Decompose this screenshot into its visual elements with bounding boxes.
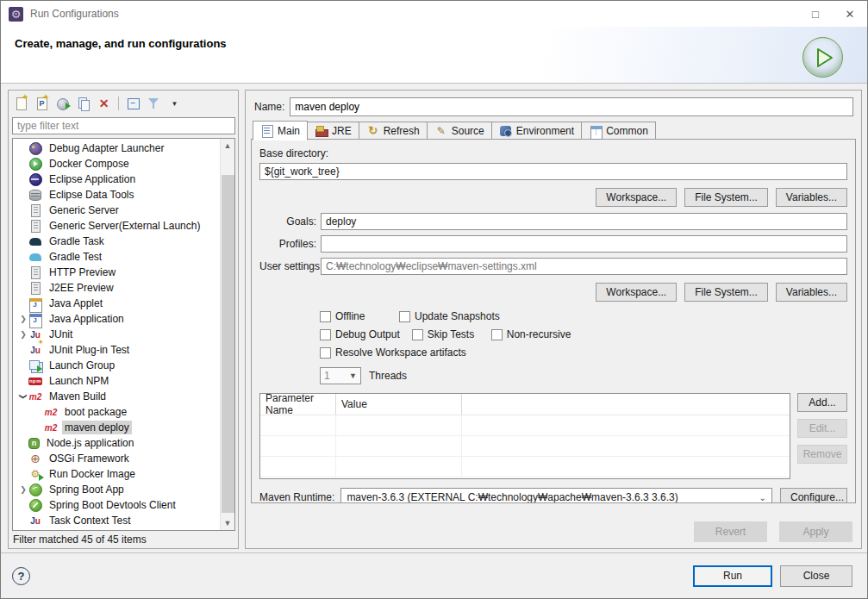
duplicate-button[interactable] [74,95,92,113]
table-row[interactable] [260,457,790,477]
tab-main[interactable]: Main [253,121,308,140]
offline-checkbox[interactable]: Offline [320,310,387,322]
tree-item[interactable]: ❯Spring Boot App [13,482,220,497]
tree-item[interactable]: Docker Compose [13,156,220,172]
delete-button[interactable]: ✕ [95,95,113,113]
tree-item[interactable]: ⊕OSGi Framework [13,451,220,466]
tree-item-label: Run Docker Image [47,467,138,481]
filter-icon [147,97,161,110]
tree-item-label: HTTP Preview [47,265,118,279]
tree-item[interactable]: ⚙Run Docker Image [13,466,220,482]
scroll-down-icon[interactable]: ▼ [221,516,234,530]
tree-item[interactable]: ❯Java Application [13,311,220,327]
tree-item[interactable]: m2maven deploy [13,420,220,435]
edit-button[interactable]: Edit... [797,419,847,438]
skip-tests-checkbox[interactable]: Skip Tests [412,328,479,340]
tree-item[interactable]: nNode.js application [13,435,220,451]
tree-item[interactable]: Gradle Task [13,234,220,249]
non-recursive-checkbox[interactable]: Non-recursive [491,328,571,340]
add-button[interactable]: Add... [797,393,847,412]
java-applet-icon [28,296,42,310]
tree-item[interactable]: Java Applet [13,296,220,311]
duplicate-icon [77,97,91,110]
tree-item[interactable]: JuTask Context Test [13,513,220,528]
run-button[interactable]: Run [693,565,772,587]
filter-input[interactable] [12,117,235,134]
workspace-button[interactable]: Workspace... [596,188,677,207]
tab-common[interactable]: Common [582,122,656,140]
tree-item[interactable]: Eclipse Data Tools [13,187,220,203]
tree-item[interactable]: Gradle Test [13,249,220,265]
new-config-button[interactable] [12,95,30,113]
scrollbar-thumb[interactable] [222,175,234,513]
tree-item[interactable]: Eclipse Application [13,172,220,187]
resolve-workspace-artifacts-checkbox[interactable]: Resolve Workspace artifacts [320,346,466,359]
title-bar: ⚙ Run Configurations □ ✕ [1,1,867,27]
debug-output-checkbox[interactable]: Debug Output [320,328,400,340]
tree-item[interactable]: Debug Adapter Launcher [13,140,220,156]
tree-item[interactable]: Generic Server [13,203,220,218]
table-row[interactable] [260,415,790,436]
tree-item[interactable]: Launch Group [13,358,220,373]
threads-select[interactable]: 1 ▼ [320,367,361,384]
profiles-input[interactable] [321,235,847,253]
export-config-icon [56,97,70,110]
export-config-button[interactable] [53,95,72,113]
expander-collapsed-icon[interactable]: ❯ [18,485,28,494]
column-header: Value [336,394,462,415]
variables-button[interactable]: Variables... [776,283,847,302]
configuration-detail-panel: Name: MainJRE↻Refresh✎SourceEnvironmentC… [245,90,862,549]
update-snapshots-checkbox[interactable]: Update Snapshots [399,310,500,322]
goals-input[interactable] [321,213,847,230]
new-prototype-button[interactable] [33,95,51,113]
name-input[interactable] [290,97,853,116]
user-settings-input[interactable] [321,258,847,275]
tree-item[interactable]: J2EE Preview [13,280,220,296]
filesystem-button[interactable]: File System... [684,283,768,302]
tree-item[interactable]: ❯m2Maven Build [13,389,220,404]
table-row[interactable] [260,436,790,457]
close-window-button[interactable]: ✕ [833,1,867,27]
tree-item[interactable]: m2boot package [13,404,220,420]
tree-item[interactable]: ❯JuJUnit [13,327,220,342]
remove-button[interactable]: Remove [797,445,847,464]
close-button[interactable]: Close [780,565,852,587]
help-icon[interactable]: ? [12,567,30,585]
base-directory-input[interactable] [259,163,847,180]
variables-button[interactable]: Variables... [776,188,847,207]
checkbox-unchecked-icon [412,329,423,340]
gradle-test-icon [28,250,42,264]
configure-button[interactable]: Configure... [780,488,847,503]
filesystem-button[interactable]: File System... [684,188,768,207]
tab-source[interactable]: ✎Source [428,122,492,140]
tab-environment[interactable]: Environment [492,122,582,140]
tree-item[interactable]: JuJUnit Plug-in Test [13,342,220,358]
server-icon [28,219,42,233]
tree-item-label: Gradle Test [47,250,104,264]
parameter-table-header: Parameter NameValue [260,394,790,415]
apply-button[interactable]: Apply [779,521,852,542]
parameter-table-buttons: Add...Edit...Remove [797,393,847,464]
tree-item[interactable]: Generic Server(External Launch) [13,218,220,234]
expander-expanded-icon[interactable]: ❯ [19,391,28,402]
expander-collapsed-icon[interactable]: ❯ [18,330,28,339]
checkbox-unchecked-icon [320,347,331,359]
tree-item[interactable]: npmLaunch NPM [13,373,220,389]
scroll-up-icon[interactable]: ▲ [221,139,234,153]
collapse-all-button[interactable] [124,95,142,113]
workspace-button[interactable]: Workspace... [596,283,677,302]
tree-item[interactable]: HTTP Preview [13,265,220,280]
filter-button[interactable] [145,95,163,113]
tree-scrollbar[interactable]: ▲ ▼ [220,139,234,530]
expander-collapsed-icon[interactable]: ❯ [18,315,28,323]
maximize-button[interactable]: □ [798,1,833,27]
tab-jre[interactable]: JRE [308,122,359,140]
parameter-table[interactable]: Parameter NameValue [259,393,790,479]
tree-item[interactable]: Spring Boot Devtools Client [13,497,220,513]
revert-button[interactable]: Revert [694,521,767,542]
chevron-down-icon: ⌄ [759,493,766,502]
java-application-icon [28,312,42,326]
maven-runtime-select[interactable]: maven-3.6.3 (EXTERNAL C:₩technology₩apac… [340,488,772,503]
view-menu-button[interactable]: ▼ [165,95,184,113]
tab-refresh[interactable]: ↻Refresh [359,122,428,140]
